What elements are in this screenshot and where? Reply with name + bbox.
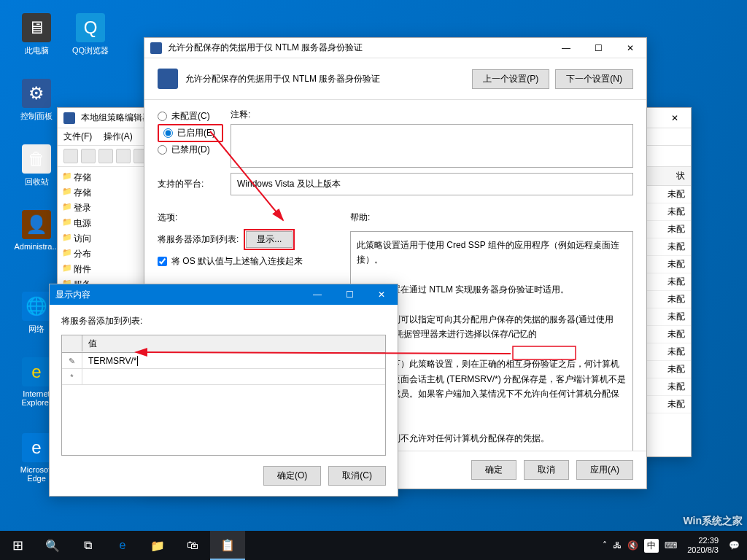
gpedit-icon [63,112,75,124]
desktop-icon-user[interactable]: 👤Administra... [10,210,63,251]
note-label: 注释: [231,109,633,121]
checkbox-label: 将 OS 默认值与上述输入连接起来 [171,255,303,268]
ok-button[interactable]: 确定(O) [263,466,321,486]
user-icon: 👤 [22,210,51,239]
menu-action[interactable]: 操作(A) [104,131,133,141]
platform-value: Windows Vista 及以上版本 [231,173,633,195]
tb-up-icon[interactable] [98,149,113,163]
notification-tray-icon[interactable]: 💬 [729,540,740,551]
col-header: 值 [82,335,385,352]
qq-icon: Q [76,13,105,42]
icon-label: 控制面板 [10,111,63,122]
minimize-button[interactable]: — [301,284,333,305]
pc-icon: 🖥 [22,13,51,42]
start-button[interactable]: ⊞ [0,531,35,560]
cancel-button[interactable]: 取消 [524,460,569,480]
volume-tray-icon[interactable]: 🔇 [627,540,638,551]
show-title: 显示内容 [55,289,301,301]
edge-taskbar-icon[interactable]: e [105,531,140,560]
policy-subtitle: 允许分配保存的凭据用于仅 NTLM 服务器身份验证 [185,73,466,85]
close-button[interactable]: ✕ [659,108,691,128]
grid-cell[interactable]: TERMSRV/* [82,353,385,368]
trash-icon: 🗑 [22,144,51,174]
show-titlebar[interactable]: 显示内容 — ☐ ✕ [50,284,398,305]
tree-item[interactable]: 电源 [61,216,142,231]
tree-item[interactable]: 存储 [61,185,142,201]
radio-group: 未配置(C) 已启用(E) 已禁用(D) [158,109,223,158]
options-label: 选项: [158,211,340,224]
network-icon: 🌐 [22,292,51,321]
value-grid[interactable]: 值 ✎ TERMSRV/* * [61,335,386,456]
row-marker-icon: * [62,369,82,384]
clock-date: 2020/8/3 [687,545,719,555]
desktop-icon-qq[interactable]: QQQ浏览器 [64,13,117,56]
maximize-button[interactable]: ☐ [582,38,614,58]
grid-cell[interactable] [82,369,385,384]
tb-back-icon[interactable] [63,149,78,163]
close-button[interactable]: ✕ [614,38,646,58]
tb-fwd-icon[interactable] [81,149,96,163]
next-setting-button[interactable]: 下一个设置(N) [555,69,633,89]
icon-label: 回收站 [10,176,63,187]
policy-header-icon [158,69,178,89]
clock[interactable]: 22:39 2020/8/3 [683,536,723,555]
add-server-label: 将服务器添加到列表: [61,315,386,327]
policy-titlebar[interactable]: 允许分配保存的凭据用于仅 NTLM 服务器身份验证 — ☐ ✕ [144,38,646,58]
icon-label: 此电脑 [10,45,63,56]
apply-button[interactable]: 应用(A) [576,460,633,480]
radio-label: 未配置(C) [171,110,210,122]
explorer-taskbar-icon[interactable]: 📁 [140,531,175,560]
minimize-button[interactable]: — [550,38,582,58]
show-footer: 确定(O) 取消(C) [61,456,386,486]
note-textarea[interactable] [231,124,633,168]
taskbar: ⊞ 🔍 ⧉ e 📁 🛍 📋 ˄ 🖧 🔇 中 ⌨ 22:39 2020/8/3 💬 [0,531,747,560]
platform-label: 支持的平台: [158,178,223,190]
grid-header: 值 [62,335,385,353]
radio-label: 已禁用(D) [171,144,210,156]
show-button[interactable]: 显示... [246,231,293,248]
keyboard-tray-icon[interactable]: ⌨ [665,540,677,551]
desktop-icon-pc[interactable]: 🖥此电脑 [10,13,63,56]
panel-icon: ⚙ [22,79,51,108]
policy-icon [150,42,162,54]
radio-disabled[interactable]: 已禁用(D) [158,142,223,158]
edge-icon: e [22,433,51,462]
policy-header: 允许分配保存的凭据用于仅 NTLM 服务器身份验证 上一个设置(P) 下一个设置… [144,58,646,100]
desktop-icon-trash[interactable]: 🗑回收站 [10,144,63,187]
tb-refresh-icon[interactable] [116,149,131,163]
taskview-button[interactable]: ⧉ [70,531,105,560]
policy-title: 允许分配保存的凭据用于仅 NTLM 服务器身份验证 [168,42,550,54]
os-default-checkbox[interactable]: 将 OS 默认值与上述输入连接起来 [158,255,340,268]
desktop-icon-panel[interactable]: ⚙控制面板 [10,79,63,122]
network-tray-icon[interactable]: 🖧 [613,540,622,551]
gpedit-taskbar-icon[interactable]: 📋 [210,531,245,560]
ime-indicator[interactable]: 中 [644,539,659,553]
search-button[interactable]: 🔍 [35,531,70,560]
tree-item[interactable]: 访问 [61,231,142,246]
note-section: 注释: [231,109,633,170]
menu-file[interactable]: 文件(F) [63,131,92,141]
show-contents-dialog: 显示内容 — ☐ ✕ 将服务器添加到列表: 值 ✎ TERMSRV/* * 确定… [49,284,398,497]
watermark: Win系统之家 [683,515,743,528]
row-marker-icon: ✎ [62,353,82,368]
close-button[interactable]: ✕ [365,284,398,305]
maximize-button[interactable]: ☐ [333,284,365,305]
ok-button[interactable]: 确定 [471,460,516,480]
radio-unconfigured[interactable]: 未配置(C) [158,109,223,124]
tree-item[interactable]: 存储 [61,170,142,185]
radio-enabled[interactable]: 已启用(E) [158,124,223,142]
tree-item[interactable]: 附件 [61,262,142,277]
tray-chevron-icon[interactable]: ˄ [603,540,607,551]
ie-icon: e [22,357,51,386]
icon-label: QQ浏览器 [64,45,117,56]
grid-row-new[interactable]: * [62,369,385,385]
help-label: 帮助: [350,211,633,224]
grid-row[interactable]: ✎ TERMSRV/* [62,353,385,369]
prev-setting-button[interactable]: 上一个设置(P) [472,69,549,89]
tree-item[interactable]: 登录 [61,201,142,216]
radio-label: 已启用(E) [177,127,215,139]
store-taskbar-icon[interactable]: 🛍 [175,531,210,560]
tree-item[interactable]: 分布 [61,246,142,262]
system-tray[interactable]: ˄ 🖧 🔇 中 ⌨ 22:39 2020/8/3 💬 [595,536,747,555]
cancel-button[interactable]: 取消(C) [328,466,386,486]
